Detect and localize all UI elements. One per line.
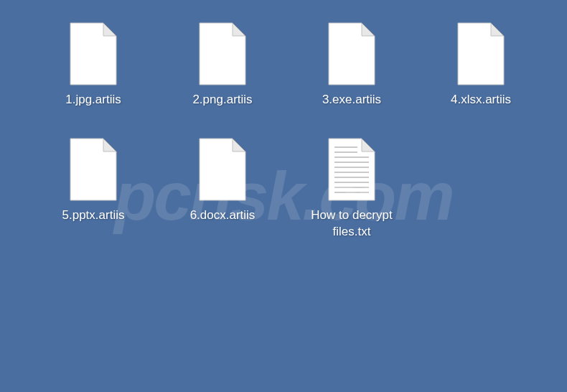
file-label: 3.exe.artiis xyxy=(322,92,381,108)
file-label: 2.png.artiis xyxy=(192,92,252,108)
blank-file-icon xyxy=(326,22,378,86)
file-label: 4.xlsx.artiis xyxy=(451,92,511,108)
file-item[interactable]: 6.docx.artiis xyxy=(158,137,287,241)
blank-file-icon xyxy=(455,22,507,86)
blank-file-icon xyxy=(67,137,119,202)
file-item[interactable]: 3.exe.artiis xyxy=(287,22,416,108)
file-item[interactable]: 1.jpg.artiis xyxy=(29,22,158,108)
text-file-icon xyxy=(326,137,378,202)
file-item[interactable]: 4.xlsx.artiis xyxy=(416,22,545,108)
file-item[interactable]: How to decrypt files.txt xyxy=(287,137,416,241)
blank-file-icon xyxy=(197,137,248,202)
file-label: 1.jpg.artiis xyxy=(65,92,121,108)
blank-file-icon xyxy=(67,22,119,86)
file-label: 6.docx.artiis xyxy=(190,207,256,224)
file-item[interactable]: 2.png.artiis xyxy=(158,22,287,108)
file-label: 5.pptx.artiis xyxy=(62,207,125,224)
blank-file-icon xyxy=(197,22,248,86)
desktop-area[interactable]: 1.jpg.artiis 2.png.artiis 3.exe.artiis xyxy=(0,0,567,392)
file-item[interactable]: 5.pptx.artiis xyxy=(29,137,158,241)
file-label: How to decrypt files.txt xyxy=(301,207,402,241)
